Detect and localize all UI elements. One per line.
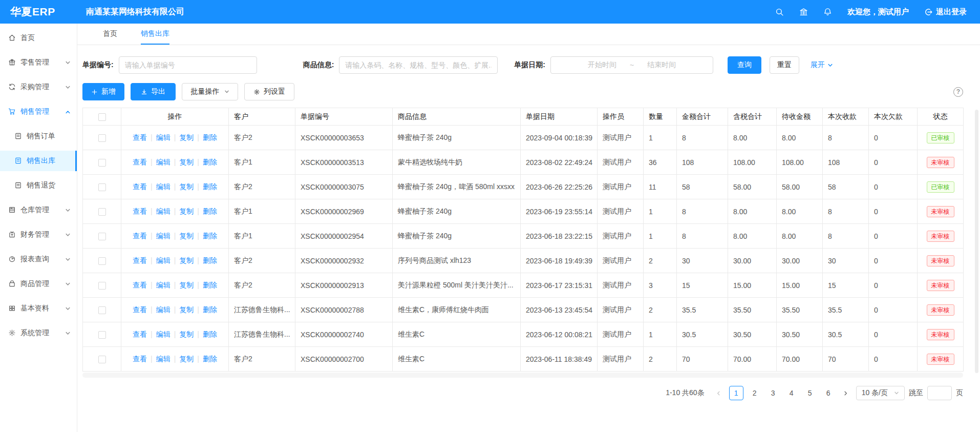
logout-button[interactable]: 退出登录: [924, 7, 967, 17]
sidebar-item-basic-data[interactable]: 基本资料: [0, 298, 77, 319]
sidebar-item-sales-outbound[interactable]: 销售出库: [0, 151, 77, 171]
row-action-copy[interactable]: 复制: [179, 207, 194, 215]
prev-page-button[interactable]: [713, 386, 725, 400]
row-action-copy[interactable]: 复制: [179, 158, 194, 166]
bill-no-input[interactable]: [119, 56, 257, 74]
page-button-4[interactable]: 4: [784, 386, 799, 400]
help-icon[interactable]: ?: [953, 87, 963, 97]
search-icon[interactable]: [775, 8, 784, 16]
row-action-view[interactable]: 查看: [133, 207, 147, 215]
sidebar-item-system[interactable]: 系统管理: [0, 323, 77, 343]
chevron-down-icon: [827, 63, 833, 68]
page-button-1[interactable]: 1: [729, 386, 743, 400]
row-action-edit[interactable]: 编辑: [156, 330, 171, 338]
column-settings-button[interactable]: 列设置: [244, 83, 294, 100]
layout: 首页零售管理采购管理销售管理销售订单销售出库销售退货仓库管理财务管理报表查询商品…: [0, 24, 980, 432]
doc-icon: [14, 157, 23, 165]
page-button-2[interactable]: 2: [748, 386, 762, 400]
page-button-6[interactable]: 6: [821, 386, 836, 400]
platform-bank-icon[interactable]: [799, 8, 808, 16]
sidebar-item-purchase[interactable]: 采购管理: [0, 77, 77, 97]
sidebar-item-finance[interactable]: 财务管理: [0, 224, 77, 245]
row-action-edit[interactable]: 编辑: [156, 158, 171, 166]
next-page-button[interactable]: [840, 386, 852, 400]
sidebar-item-home[interactable]: 首页: [0, 28, 77, 48]
row-action-copy[interactable]: 复制: [179, 133, 194, 141]
row-action-view[interactable]: 查看: [133, 232, 147, 240]
select-all-checkbox[interactable]: [98, 113, 106, 121]
row-action-copy[interactable]: 复制: [179, 305, 194, 314]
sidebar-item-sales-order[interactable]: 销售订单: [0, 126, 77, 147]
row-checkbox[interactable]: [98, 159, 106, 167]
row-action-view[interactable]: 查看: [133, 355, 147, 363]
tab-home[interactable]: 首页: [103, 29, 117, 45]
row-action-edit[interactable]: 编辑: [156, 182, 171, 191]
row-checkbox[interactable]: [98, 306, 106, 314]
row-action-view[interactable]: 查看: [133, 305, 147, 314]
row-action-delete[interactable]: 删除: [203, 207, 217, 215]
row-checkbox[interactable]: [98, 183, 106, 191]
sidebar-item-warehouse[interactable]: 仓库管理: [0, 200, 77, 220]
row-action-delete[interactable]: 删除: [203, 256, 217, 264]
row-action-copy[interactable]: 复制: [179, 281, 194, 289]
row-action-copy[interactable]: 复制: [179, 182, 194, 191]
row-action-edit[interactable]: 编辑: [156, 207, 171, 215]
date-range-picker[interactable]: 开始时间 ~ 结束时间: [550, 56, 713, 74]
tab-sales-outbound[interactable]: 销售出库: [141, 29, 169, 45]
row-action-delete[interactable]: 删除: [203, 305, 217, 314]
row-action-copy[interactable]: 复制: [179, 232, 194, 240]
product-info-input[interactable]: [339, 56, 498, 74]
page-button-3[interactable]: 3: [766, 386, 780, 400]
expand-link[interactable]: 展开: [811, 60, 833, 70]
row-action-copy[interactable]: 复制: [179, 330, 194, 338]
sidebar-item-retail[interactable]: 零售管理: [0, 52, 77, 73]
row-checkbox[interactable]: [98, 331, 106, 339]
search-button[interactable]: 查询: [728, 56, 761, 74]
row-action-view[interactable]: 查看: [133, 281, 147, 289]
row-action-edit[interactable]: 编辑: [156, 305, 171, 314]
sidebar-item-reports[interactable]: 报表查询: [0, 249, 77, 270]
row-action-view[interactable]: 查看: [133, 330, 147, 338]
sidebar-item-goods[interactable]: 商品管理: [0, 274, 77, 294]
row-checkbox[interactable]: [98, 233, 106, 240]
row-checkbox[interactable]: [98, 208, 106, 216]
row-action-edit[interactable]: 编辑: [156, 256, 171, 264]
reset-button[interactable]: 重置: [770, 56, 799, 74]
sidebar-item-sales-return[interactable]: 销售退货: [0, 175, 77, 196]
notification-bell-icon[interactable]: [823, 8, 832, 16]
cell-operator: 测试用户: [598, 126, 644, 150]
page-size-select[interactable]: 10 条/页: [856, 386, 905, 400]
row-action-delete[interactable]: 删除: [203, 281, 217, 289]
logout-icon: [924, 8, 933, 16]
row-action-copy[interactable]: 复制: [179, 355, 194, 363]
row-checkbox[interactable]: [98, 282, 106, 290]
row-action-delete[interactable]: 删除: [203, 330, 217, 338]
jump-page-input[interactable]: [927, 386, 952, 400]
add-button[interactable]: 新增: [82, 83, 124, 100]
row-checkbox[interactable]: [98, 134, 106, 142]
row-action-edit[interactable]: 编辑: [156, 355, 171, 363]
batch-actions-button[interactable]: 批量操作: [182, 83, 238, 100]
cell-pending: 58.00: [777, 175, 823, 199]
sidebar-item-sales[interactable]: 销售管理: [0, 101, 77, 122]
row-action-edit[interactable]: 编辑: [156, 281, 171, 289]
row-action-delete[interactable]: 删除: [203, 355, 217, 363]
export-button[interactable]: 导出: [131, 83, 176, 100]
row-checkbox[interactable]: [98, 356, 106, 363]
cell-customer: 客户2: [229, 273, 295, 298]
row-action-view[interactable]: 查看: [133, 182, 147, 191]
row-action-edit[interactable]: 编辑: [156, 232, 171, 240]
row-checkbox[interactable]: [98, 257, 106, 265]
row-action-view[interactable]: 查看: [133, 158, 147, 166]
horizontal-scrollbar[interactable]: [82, 373, 963, 378]
row-action-delete[interactable]: 删除: [203, 232, 217, 240]
row-action-delete[interactable]: 删除: [203, 133, 217, 141]
row-action-edit[interactable]: 编辑: [156, 133, 171, 141]
page-button-5[interactable]: 5: [803, 386, 817, 400]
row-action-view[interactable]: 查看: [133, 133, 147, 141]
row-action-delete[interactable]: 删除: [203, 158, 217, 166]
row-action-copy[interactable]: 复制: [179, 256, 194, 264]
vertical-scrollbar[interactable]: [975, 110, 978, 373]
row-action-view[interactable]: 查看: [133, 256, 147, 264]
row-action-delete[interactable]: 删除: [203, 182, 217, 191]
